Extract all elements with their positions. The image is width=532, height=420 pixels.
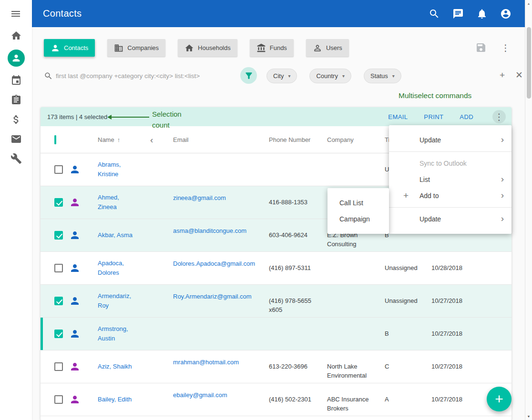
row-checkbox[interactable] bbox=[54, 330, 63, 338]
contact-name-link[interactable]: Abrams, Kristine bbox=[98, 160, 139, 179]
annotation-multiselect-commands: Multiselect commands bbox=[399, 91, 471, 100]
table-row[interactable]: Aziz, Shaikh mrahman@hotmail.com 613-220… bbox=[41, 350, 512, 383]
contact-name-link[interactable]: Ahmed, Zineea bbox=[98, 193, 139, 212]
tab-funds[interactable]: Funds bbox=[250, 39, 294, 57]
view-overflow-button[interactable]: ⋮ bbox=[501, 43, 510, 52]
sort-ascending-icon: ↑ bbox=[117, 136, 121, 143]
hamburger-menu-button[interactable] bbox=[10, 8, 21, 20]
contact-name-link[interactable]: Apadoca, Dolores bbox=[98, 259, 139, 278]
select-all-checkbox[interactable] bbox=[54, 135, 56, 144]
sidebar-item-billing[interactable] bbox=[10, 114, 22, 125]
collapse-columns-button[interactable]: ‹ bbox=[150, 135, 153, 145]
contact-name-link[interactable]: Bailey, Edith bbox=[98, 395, 139, 404]
filter-chip-city[interactable]: City▾ bbox=[266, 69, 297, 83]
menu-item[interactable]: Sync to Outlook bbox=[389, 155, 512, 171]
annotation-selection-count: Selection count bbox=[152, 109, 182, 130]
action-add[interactable]: ADD bbox=[460, 113, 473, 120]
row-checkbox[interactable] bbox=[54, 165, 63, 174]
chevron-down-icon: ▾ bbox=[288, 73, 290, 79]
chip-label: Status bbox=[370, 72, 388, 80]
plus-icon: + bbox=[403, 190, 409, 201]
save-view-button[interactable] bbox=[475, 42, 487, 53]
row-checkbox[interactable] bbox=[54, 297, 63, 305]
contact-email[interactable]: Dolores.Apadoca@gmail.com bbox=[173, 260, 255, 267]
scroll-up-button[interactable]: ▲ bbox=[525, 2, 532, 5]
sidebar-item-tools[interactable] bbox=[10, 153, 22, 164]
annotation-line: count bbox=[152, 120, 182, 130]
submenu-item-call-list[interactable]: Call List bbox=[327, 195, 389, 211]
add-filter-button[interactable]: + bbox=[500, 70, 505, 80]
table-row[interactable]: Bailey, Edith ebailey@gmail.com (416) 50… bbox=[41, 383, 512, 416]
tab-label: Households bbox=[198, 44, 231, 51]
column-header-company[interactable]: Company bbox=[323, 136, 380, 143]
tab-households[interactable]: Households bbox=[178, 39, 237, 57]
scroll-down-button[interactable]: ▼ bbox=[525, 415, 532, 418]
row-checkbox[interactable] bbox=[54, 264, 63, 272]
notifications-bell-icon[interactable] bbox=[476, 8, 488, 20]
dollar-icon bbox=[10, 114, 22, 125]
header-checkbox-cell bbox=[41, 136, 69, 143]
menu-item[interactable]: +Add to› bbox=[389, 188, 512, 204]
scrollbar-thumb[interactable] bbox=[527, 27, 531, 99]
table-row[interactable]: Apadoca, Dolores Dolores.Apadoca@gmail.c… bbox=[41, 252, 512, 285]
calendar-icon bbox=[10, 75, 22, 86]
row-checkbox[interactable] bbox=[54, 395, 63, 404]
menu-divider bbox=[389, 207, 512, 208]
sidebar-item-mail[interactable] bbox=[10, 133, 22, 145]
contact-email[interactable]: mrahman@hotmail.com bbox=[173, 359, 239, 366]
menu-item[interactable]: List› bbox=[389, 171, 512, 188]
contact-name-link[interactable]: Armstrong, Austin bbox=[98, 324, 139, 343]
selection-overflow-button[interactable]: ⋮ bbox=[492, 110, 506, 123]
tab-users[interactable]: Users bbox=[306, 39, 349, 57]
tab-label: Contacts bbox=[64, 44, 88, 51]
search-icon[interactable] bbox=[429, 8, 440, 20]
column-header-email[interactable]: Email bbox=[168, 136, 264, 143]
chevron-down-icon: ▾ bbox=[392, 73, 395, 79]
tab-label: Companies bbox=[127, 44, 159, 51]
scrollbar[interactable]: ▲ ▼ bbox=[525, 0, 532, 420]
chip-label: City bbox=[273, 72, 284, 80]
tab-contacts[interactable]: Contacts bbox=[44, 39, 95, 57]
filter-funnel-button[interactable] bbox=[240, 67, 257, 84]
filter-chip-status[interactable]: Status▾ bbox=[364, 69, 401, 83]
contact-name-link[interactable]: Aziz, Shaikh bbox=[98, 362, 139, 371]
action-email[interactable]: EMAIL bbox=[388, 113, 408, 120]
account-icon[interactable] bbox=[500, 8, 512, 20]
chat-icon[interactable] bbox=[452, 8, 464, 20]
submenu-item-campaign[interactable]: Campaign bbox=[327, 211, 389, 227]
menu-item[interactable]: Update› bbox=[389, 211, 512, 227]
column-header-name[interactable]: Name↑ bbox=[93, 136, 148, 143]
sidebar-item-home[interactable] bbox=[10, 30, 22, 41]
table-row[interactable]: Armendariz, Roy Roy.Armendariz@gmail.com… bbox=[41, 285, 512, 318]
sidebar-item-contacts[interactable] bbox=[8, 50, 25, 67]
add-contact-fab[interactable]: + bbox=[487, 387, 512, 411]
contact-phone: 416-888-1353 bbox=[269, 198, 317, 207]
column-header-phone[interactable]: Phone Number bbox=[264, 136, 323, 143]
contact-email[interactable]: Roy.Armendariz@gmail.com bbox=[173, 293, 252, 300]
tab-companies[interactable]: Companies bbox=[107, 39, 165, 57]
entity-tabs: Contacts Companies Households Funds User… bbox=[44, 39, 349, 57]
menu-item-label: Sync to Outlook bbox=[419, 160, 467, 167]
row-checkbox[interactable] bbox=[54, 231, 63, 240]
contact-phone: (416) 978-5655 x605 bbox=[269, 296, 317, 314]
action-print[interactable]: PRINT bbox=[424, 113, 443, 120]
clear-search-button[interactable]: ✕ bbox=[515, 70, 523, 80]
sidebar-item-tasks[interactable] bbox=[10, 94, 22, 106]
contact-name-link[interactable]: Armendariz, Roy bbox=[98, 291, 139, 310]
filter-chip-country[interactable]: Country▾ bbox=[309, 69, 351, 83]
contact-email[interactable]: ebailey@gmail.com bbox=[173, 391, 227, 399]
search-input[interactable] bbox=[56, 72, 215, 80]
contact-email[interactable]: zineea@gmail.com bbox=[173, 194, 226, 201]
search-icon bbox=[44, 71, 53, 80]
contact-name-link[interactable]: Akbar, Asma bbox=[98, 230, 139, 240]
row-checkbox[interactable] bbox=[54, 362, 63, 371]
mail-icon bbox=[10, 133, 22, 145]
table-row[interactable]: Armstrong, Austin B 10/27/2018 bbox=[41, 318, 512, 350]
row-checkbox[interactable] bbox=[54, 198, 63, 207]
menu-item-label: Call List bbox=[339, 199, 363, 207]
contact-email[interactable]: asma@blanditcongue.com bbox=[173, 227, 246, 234]
menu-item[interactable]: Update› bbox=[389, 132, 512, 148]
person-icon bbox=[51, 43, 60, 53]
contact-phone: (416) 502-2301 bbox=[269, 395, 317, 404]
sidebar-item-calendar[interactable] bbox=[10, 75, 22, 86]
